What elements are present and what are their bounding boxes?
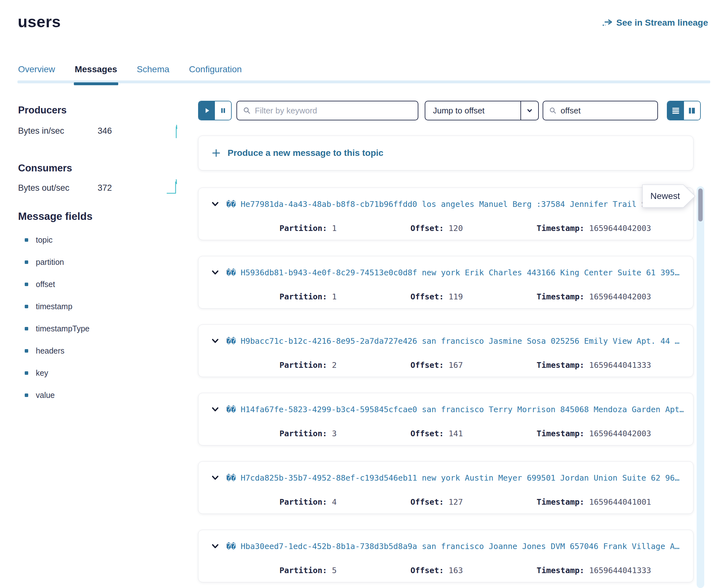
offset-label: Offset: [410,497,444,507]
message-field-item: timestamp [25,295,90,317]
field-label: headers [36,346,64,355]
message-meta: Partition: 4 Offset: 127 Timestamp: 1659… [222,488,693,514]
message-list: �� He77981da-4a43-48ab-b8f8-cb71b96ffdd0… [198,188,694,588]
tab[interactable]: Overview [18,64,55,83]
bytes-in-sparkline [171,124,182,140]
search-icon [549,106,557,115]
message-meta: Partition: 2 Offset: 167 Timestamp: 1659… [222,351,693,377]
timestamp-label: Timestamp: [537,429,584,438]
offset-search-input[interactable] [561,106,652,115]
chevron-down-icon [525,106,534,115]
play-button[interactable] [199,101,215,120]
field-bullet-icon [25,394,28,397]
field-label: timestamp [36,302,72,311]
message-key: �� Hba30eed7-1edc-452b-8b1a-738d3b5d8a9a [226,542,417,551]
tab[interactable]: Configuration [189,64,242,83]
partition-value: 5 [327,566,336,575]
scrollbar-track[interactable] [697,186,704,588]
message-row[interactable]: �� H9bacc71c-b12c-4216-8e95-2a7da727e426… [198,324,694,377]
expand-chevron-icon[interactable] [210,336,220,345]
produce-message-label: Produce a new message to this topic [228,148,384,158]
timestamp-value: 1659644042003 [584,429,651,438]
field-label: topic [36,235,53,245]
partition-label: Partition: [280,224,327,233]
pause-button[interactable] [215,101,231,120]
pause-icon [219,106,227,115]
offset-value: 119 [444,292,463,301]
message-row[interactable]: �� H14fa67fe-5823-4299-b3c4-595845cfcae0… [198,393,694,445]
message-key: �� He77981da-4a43-48ab-b8f8-cb71b96ffdd0 [226,200,417,209]
expand-chevron-icon[interactable] [210,404,220,414]
live-stream-controls [198,101,232,120]
timestamp-value: 1659644041333 [584,566,651,575]
timestamp-value: 1659644042003 [584,292,651,301]
tab[interactable]: Schema [137,64,169,83]
list-view-icon [671,106,680,115]
bytes-out-label: Bytes out/sec [18,183,69,193]
offset-search-field [543,101,658,120]
message-row[interactable]: �� Hba30eed7-1edc-452b-8b1a-738d3b5d8a9a… [198,530,694,582]
field-label: timestampType [36,324,90,333]
jump-to-offset-select[interactable]: Jump to offset [425,101,539,120]
offset-label: Offset: [410,360,444,370]
bytes-out-sparkline [166,177,180,195]
message-value-preview: san francisco Joanne Jones DVM 657046 Fr… [422,542,680,551]
produce-message-button[interactable]: Produce a new message to this topic [198,135,694,170]
timestamp-label: Timestamp: [537,224,584,233]
message-meta: Partition: 5 Offset: 163 Timestamp: 1659… [222,556,693,582]
timestamp-value: 1659644041001 [584,497,651,507]
expand-chevron-icon[interactable] [210,268,220,277]
scrollbar-thumb[interactable] [698,189,703,222]
select-chevron-segment[interactable] [520,101,538,120]
field-label: offset [36,280,55,289]
message-value-preview: san francisco Terry Morrison 845068 Mend… [422,405,684,414]
message-row[interactable]: �� H5936db81-b943-4e0f-8c29-74513e0c0d8f… [198,256,694,309]
timestamp-label: Timestamp: [537,360,584,370]
expand-chevron-icon[interactable] [210,542,220,551]
message-field-item: topic [25,229,90,251]
newest-tooltip: Newest [642,184,696,208]
offset-label: Offset: [410,429,444,438]
expand-chevron-icon[interactable] [210,473,220,483]
split-view-button[interactable] [684,101,700,120]
field-label: key [36,369,48,378]
message-key: �� H7cda825b-35b7-4952-88ef-c193d546eb11 [226,473,417,483]
timestamp-value: 1659644041333 [584,360,651,370]
timestamp-label: Timestamp: [537,292,584,301]
offset-value: 141 [444,429,463,438]
expand-chevron-icon[interactable] [210,199,220,209]
timestamp-label: Timestamp: [537,497,584,507]
partition-label: Partition: [280,292,327,301]
message-row[interactable]: �� He77981da-4a43-48ab-b8f8-cb71b96ffdd0… [198,188,694,240]
producers-heading: Producers [18,105,66,116]
message-row[interactable]: �� H7cda825b-35b7-4952-88ef-c193d546eb11… [198,461,694,514]
partition-value: 1 [327,224,336,233]
tab[interactable]: Messages [75,64,117,83]
tabbar: Overview Messages Schema Configuration [18,64,242,83]
bytes-out-value: 372 [98,183,112,193]
message-meta: Partition: 1 Offset: 119 Timestamp: 1659… [222,283,693,309]
bytes-in-value: 346 [98,126,112,136]
offset-value: 120 [444,224,463,233]
lineage-arrow-icon [602,18,613,27]
field-bullet-icon [25,238,28,242]
message-field-item: offset [25,273,90,295]
list-view-button[interactable] [667,101,684,120]
bytes-in-label: Bytes in/sec [18,126,64,136]
offset-value: 167 [444,360,463,370]
message-field-item: headers [25,340,90,362]
message-key: �� H9bacc71c-b12c-4216-8e95-2a7da727e426 [226,336,417,345]
consumers-heading: Consumers [18,163,72,174]
see-in-stream-lineage-link[interactable]: See in Stream lineage [602,18,708,28]
offset-label: Offset: [410,292,444,301]
field-bullet-icon [25,327,28,331]
offset-label: Offset: [410,224,444,233]
field-label: partition [36,257,64,267]
partition-label: Partition: [280,360,327,370]
view-mode-toggle [667,101,701,120]
play-icon [203,106,211,115]
partition-label: Partition: [280,566,327,575]
filter-keyword-input[interactable] [255,106,412,115]
message-field-item: key [25,362,90,384]
search-icon [243,106,251,115]
